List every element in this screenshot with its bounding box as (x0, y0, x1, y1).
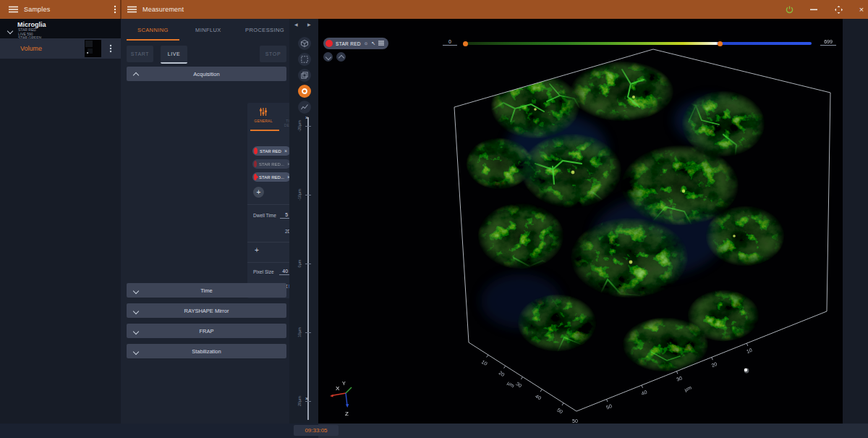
add-config-button[interactable]: + (255, 246, 259, 254)
volume-viewer[interactable]: 10 20 30 40 50 µm 50 40 30 20 10 µm 50 (318, 19, 843, 424)
cube-icon (301, 40, 308, 47)
z-slider-handle-bottom[interactable]: × (305, 396, 308, 401)
volume-dataset-label: Volume (20, 45, 42, 52)
chevron-down-icon (134, 329, 138, 335)
volume-kebab-icon[interactable] (109, 44, 112, 53)
chevron-down-icon (8, 23, 12, 36)
z-tick (305, 332, 311, 333)
samples-kebab-icon[interactable] (114, 5, 116, 14)
viewer-tool-column: ◀ ▶ × × -20µm -10µm 0µm 10µm 20µm (289, 19, 318, 424)
layers-button[interactable] (298, 69, 311, 82)
lut-handle-min[interactable] (463, 41, 468, 46)
chevron-down-icon (134, 288, 138, 295)
volume-dataset-row[interactable]: Volume (0, 38, 121, 59)
record-view-button[interactable] (298, 85, 311, 98)
next-arrow-icon[interactable]: ▶ (307, 22, 311, 27)
section-frap[interactable]: FRAP (127, 324, 286, 338)
maximize-button[interactable] (832, 4, 845, 15)
z-tick-label: -10µm (297, 184, 302, 206)
volume-render-scene: 10 20 30 40 50 µm 50 40 30 20 10 µm 50 (318, 19, 843, 424)
pixel-size-label: Pixel Size (253, 269, 274, 274)
lut-handle-white[interactable] (718, 41, 723, 46)
z-slider-handle-top[interactable]: × (305, 115, 308, 120)
channel-chip[interactable]: STAR RED... × (252, 159, 291, 169)
measurement-panel: SCANNING MINFLUX PROCESSING START LIVE S… (121, 19, 289, 424)
channel-color-marker (326, 40, 333, 47)
bottom-bar: 09:33:05 (0, 424, 868, 438)
sliders-icon (259, 106, 268, 118)
channel-prev-button[interactable] (323, 52, 333, 62)
channel-chip[interactable]: STAR RED × (252, 146, 291, 156)
tab-scanning[interactable]: SCANNING (137, 27, 169, 33)
start-button[interactable]: START (127, 46, 153, 62)
chevron-down-icon (134, 349, 138, 355)
channel-next-button[interactable] (336, 52, 346, 62)
channel-color-marker (254, 161, 257, 167)
chevron-up-icon (134, 72, 138, 79)
chevron-down-icon (134, 308, 138, 315)
target-ring-icon (301, 88, 308, 95)
lut-min-value[interactable]: 0 (443, 39, 457, 46)
channel-color-marker (254, 148, 258, 154)
titlebar-separator (120, 0, 122, 19)
dwell-time-label: Dwell Time (253, 213, 276, 218)
remove-channel-icon[interactable]: × (284, 148, 287, 153)
z-tick (305, 195, 311, 195)
z-tick (305, 401, 311, 402)
title-bar: Samples Measurement × (0, 0, 868, 19)
corner-axis-label: 50 (572, 418, 578, 424)
tab-active-underline (127, 39, 179, 41)
zigzag-icon (301, 104, 308, 111)
acquisition-section-title: Acquisition (193, 71, 219, 77)
z-axis-label: Z (345, 410, 349, 417)
channel-color-marker (254, 174, 257, 180)
volume-thumbnail (85, 40, 101, 57)
sample-group-row[interactable]: Microglia STAR RED LIVE 590 STAR GREEN (0, 19, 121, 38)
samples-panel: Microglia STAR RED LIVE 590 STAR GREEN V… (0, 19, 121, 424)
stop-button[interactable]: STOP (260, 46, 286, 62)
z-tick-label: 10µm (297, 321, 302, 343)
tab-minflux[interactable]: MINFLUX (195, 27, 221, 33)
z-depth-slider[interactable] (307, 117, 309, 420)
profile-chart-button[interactable] (298, 101, 311, 114)
dashed-square-icon (301, 56, 308, 63)
brightness-icon[interactable]: ☼ (364, 41, 368, 46)
samples-panel-title: Samples (24, 6, 50, 13)
timestamp-badge: 09:33:05 (294, 425, 339, 436)
x-axis-label: X (336, 385, 340, 392)
section-rayshape-mirror[interactable]: RAYSHAPE Mirror (127, 303, 286, 318)
lut-gradient-bar[interactable] (464, 42, 812, 45)
samples-menu-icon[interactable] (9, 6, 18, 13)
cursor-dot (744, 368, 749, 374)
z-tick (305, 264, 311, 264)
section-time[interactable]: Time (127, 283, 286, 298)
power-button[interactable] (783, 4, 796, 15)
tab-processing[interactable]: PROCESSING (245, 27, 284, 33)
section-stabilization[interactable]: Stabilization (127, 344, 286, 358)
layers-icon (301, 72, 308, 79)
viewer-right-gutter (843, 19, 868, 424)
minimize-button[interactable] (807, 4, 820, 15)
close-button[interactable]: × (855, 4, 868, 15)
lut-max-value[interactable]: 699 (820, 39, 836, 46)
chip-menu-icon[interactable] (378, 41, 384, 47)
pointer-icon[interactable]: ↖ (371, 41, 375, 46)
measurement-panel-title: Measurement (142, 6, 184, 13)
z-tick (305, 126, 311, 127)
channel-chip[interactable]: STAR RED... × (252, 172, 291, 182)
z-tick-label: 0µm (297, 253, 302, 274)
viewer-channel-label: STAR RED (336, 41, 361, 46)
acquisition-section-header[interactable]: Acquisition (127, 67, 286, 81)
z-tick-label: 20µm (297, 390, 302, 412)
subtab-general[interactable]: GENERAL (247, 106, 279, 127)
snapshot-3d-button[interactable] (298, 37, 311, 50)
measurement-menu-icon[interactable] (127, 6, 137, 13)
bottom-bar-segment (318, 424, 868, 438)
z-tick-label: -20µm (297, 115, 302, 137)
y-axis-label: Y (342, 381, 346, 386)
prev-arrow-icon[interactable]: ◀ (294, 22, 298, 27)
add-channel-button[interactable]: + (253, 187, 264, 198)
live-button[interactable]: LIVE (161, 46, 187, 64)
viewer-channel-chip[interactable]: STAR RED ☼ ↖ (323, 38, 388, 49)
crop-region-button[interactable] (298, 53, 311, 66)
